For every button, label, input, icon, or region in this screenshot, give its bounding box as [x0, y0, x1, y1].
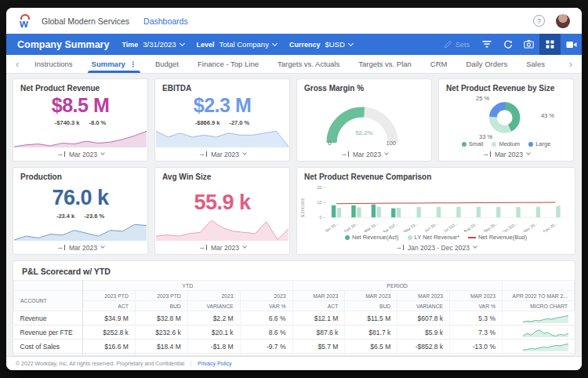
period-selector[interactable]: → Mar 2023 [13, 147, 147, 161]
kpi-value: 55.9 k [155, 191, 289, 215]
card-title: Net Product Revenue Comparison [297, 168, 575, 182]
y-axis-label: $,000,000 [300, 184, 305, 232]
value-cell: $607.8 k [397, 311, 450, 325]
tab-targets-vs-plan[interactable]: Targets vs. Plan [349, 55, 421, 73]
value-cell: $252.8 k [83, 325, 136, 340]
pie-label-large: 25 % [476, 95, 489, 102]
value-cell: $34.9 M [83, 311, 136, 325]
comparison-legend: Net Revenue(Act) LY Net Revenue* Net Rev… [297, 232, 575, 241]
dashboards-link[interactable]: Dashboards [143, 16, 188, 26]
tabs-scroll-right-button[interactable]: › [563, 55, 579, 73]
time-filter-value[interactable]: 3/31/2023 [143, 40, 183, 49]
value-cell: $12.1 M [292, 311, 345, 325]
tab-finance-top-line[interactable]: Finance - Top Line [188, 55, 268, 73]
kpi-value: $8.5 M [13, 95, 147, 117]
column-subheader: VARIANCE [397, 301, 450, 311]
card-title: Net Product Revenue [13, 79, 147, 93]
dashboard-tab-bar: ‹ InstructionsSummary⋮BudgetFinance - To… [6, 55, 582, 74]
svg-text:Apr 202...: Apr 202... [382, 221, 399, 232]
period-selector[interactable]: → Mar 2023 [439, 147, 573, 161]
pie-label-medium: 33 % [479, 133, 492, 140]
legend-dot-ly [408, 235, 412, 240]
pnl-scorecard: P&L Scorecard w/ YTD YTDPERIODACCOUNT202… [13, 260, 575, 356]
tab-summary[interactable]: Summary⋮ [82, 55, 146, 73]
currency-filter-value[interactable]: $USD [325, 40, 352, 49]
period-selector[interactable]: → Mar 2023 [155, 241, 289, 254]
tab-budget[interactable]: Budget [146, 55, 188, 73]
account-cell: Gross Margin [14, 354, 83, 357]
value-cell: 8.6 % [240, 325, 292, 340]
kpi-deltas: -$740.3 k-8.0 % [13, 119, 147, 126]
refresh-icon [503, 40, 513, 49]
tab-instructions[interactable]: Instructions [25, 55, 82, 73]
period-selector[interactable]: → Mar 2023 [297, 147, 431, 161]
presentation-button[interactable] [561, 34, 582, 55]
svg-text:May 20...: May 20... [402, 221, 419, 232]
svg-text:Aug 20...: Aug 20... [463, 221, 478, 232]
period-selector[interactable]: → Jan 2023 - Dec 2023 [297, 241, 575, 254]
value-cell: 5.3 % [450, 311, 503, 325]
column-header: MAR 2023 [292, 291, 345, 301]
workday-logo-icon[interactable]: w [18, 13, 34, 28]
period-selector[interactable]: → Mar 2023 [13, 241, 147, 254]
micro-chart [503, 325, 575, 340]
account-cell: Cost of Sales [14, 340, 83, 354]
refresh-button[interactable] [497, 34, 518, 55]
help-icon[interactable]: ? [533, 15, 545, 27]
table-body: Revenue$34.9 M$32.8 M$2.2 M6.6 %$12.1 M$… [14, 311, 575, 357]
column-subheader: MICRO CHART [503, 301, 575, 311]
svg-text:Oct 202...: Oct 202... [501, 221, 518, 232]
tab-production[interactable]: Production [554, 55, 563, 73]
value-cell: $18.4 M [135, 340, 187, 354]
value-cell: 6.6 % [240, 311, 292, 325]
window-footer: © 2022 Workday, Inc. All rights reserved… [6, 356, 582, 370]
card-ebitda: EBITDA $2.3 M -$866.9 k-27.0 % → Mar 202… [154, 78, 290, 162]
revenue-by-size-donut: 25 % 43 % 33 % [439, 93, 573, 139]
tabs-scroll-left-button[interactable]: ‹ [9, 55, 25, 73]
chevron-down-icon [473, 244, 477, 249]
pencil-icon [444, 40, 452, 49]
card-title: Gross Margin % [297, 79, 431, 93]
gauge-max-label: 100 [387, 140, 397, 147]
card-title: Production [13, 168, 147, 182]
table-header: YTDPERIODACCOUNT2023 PTD2023 PTD20232023… [14, 281, 575, 311]
kpi-value: $2.3 M [155, 95, 289, 117]
value-cell: $6.4 M [292, 354, 345, 357]
tab-crm[interactable]: CRM [421, 55, 457, 73]
privacy-policy-link[interactable]: Privacy Policy [191, 361, 232, 366]
chevron-down-icon [242, 151, 247, 155]
value-cell: $5.7 M [292, 340, 345, 354]
period-selector[interactable]: → Mar 2023 [155, 147, 289, 161]
filter-button[interactable] [476, 34, 497, 55]
card-revenue-by-size: Net Product Revenue by Size 25 % 43 % 33… [438, 78, 574, 162]
gauge-min-label: 0 [328, 140, 332, 147]
value-cell: -$852.8 k [397, 340, 450, 354]
timeline-icon: → [340, 151, 349, 158]
tab-targets-vs-actuals[interactable]: Targets vs. Actuals [268, 55, 349, 73]
page-title: Company Summary [17, 39, 109, 50]
logo-letter: w [20, 17, 28, 30]
tab-sales[interactable]: Sales [517, 55, 554, 73]
card-production: Production 76.0 k -23.4 k-23.6 % → Mar 2… [13, 167, 148, 255]
column-subheader: VAR % [450, 301, 503, 311]
snapshot-button[interactable] [518, 34, 539, 55]
gauge-value: 52.2% [297, 129, 431, 136]
svg-text:10: 10 [318, 200, 322, 205]
grid-view-button[interactable] [539, 34, 561, 55]
tab-menu-icon[interactable]: ⋮ [129, 60, 136, 68]
table-row: Revenue$34.9 M$32.8 M$2.2 M6.6 %$12.1 M$… [14, 311, 575, 325]
currency-filter-label: Currency [289, 41, 321, 49]
value-cell: $81.7 k [345, 325, 397, 340]
level-filter-label: Level [197, 41, 215, 49]
tab-daily-orders[interactable]: Daily Orders [456, 55, 517, 73]
micro-chart [503, 311, 575, 325]
kpi-deltas: -23.4 k-23.6 % [13, 213, 147, 220]
bar-line-chart: 01020Jan 20...Feb 20...Mar 20...Apr 202.… [305, 184, 570, 232]
legend-line-bud [468, 237, 476, 238]
table-row: Gross Margin$18.3 M$14.4 M$4.0 M27.6 %$6… [14, 354, 575, 357]
column-header: MAR 2023 [345, 291, 397, 301]
avatar[interactable] [556, 14, 570, 28]
level-filter-value[interactable]: Total Company [220, 40, 277, 49]
chevron-down-icon [272, 40, 278, 45]
edit-sets-button[interactable]: Sets [437, 34, 476, 55]
